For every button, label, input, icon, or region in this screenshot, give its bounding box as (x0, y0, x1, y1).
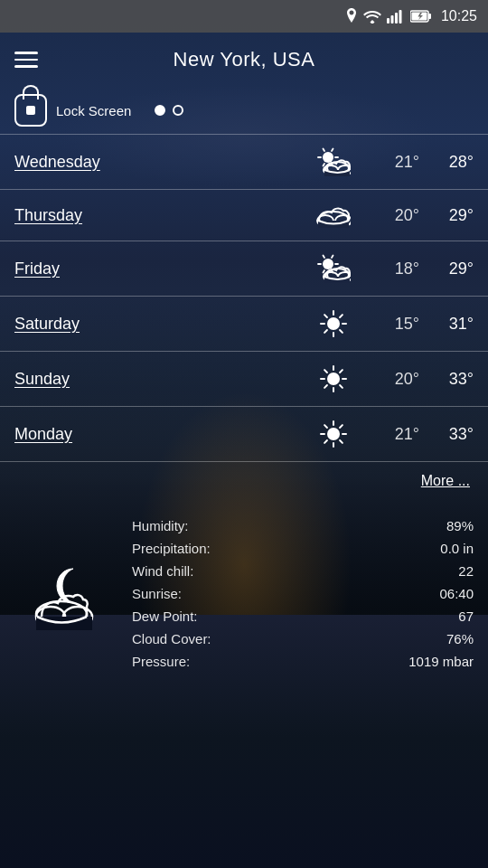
menu-button[interactable] (14, 52, 38, 68)
dew-point-label: Dew Point: (132, 609, 198, 624)
sunny-icon (319, 364, 348, 393)
forecast-high-1: 29° (419, 206, 474, 225)
forecast-high-3: 31° (419, 315, 474, 334)
svg-line-60 (340, 425, 343, 428)
pressure-label: Pressure: (132, 654, 190, 669)
svg-line-40 (324, 315, 327, 317)
svg-rect-1 (390, 15, 393, 24)
forecast-day-3: Saturday (14, 315, 311, 334)
sunrise-value: 06:40 (439, 586, 474, 601)
svg-line-58 (324, 425, 327, 428)
page-dot-2[interactable] (173, 105, 183, 116)
svg-point-34 (327, 317, 340, 330)
humidity-value: 89% (446, 518, 474, 533)
wifi-icon (363, 9, 381, 24)
svg-line-29 (332, 255, 333, 258)
status-bar: 10:25 (0, 0, 488, 33)
svg-line-54 (340, 440, 343, 443)
forecast-day-2: Friday (14, 259, 311, 278)
svg-rect-0 (387, 18, 389, 24)
forecast-icon-4 (311, 364, 356, 393)
forecast-row[interactable]: Friday 18° 29° (0, 241, 488, 297)
svg-line-13 (324, 148, 325, 151)
forecast-low-4: 20° (356, 370, 419, 389)
forecast-low-2: 18° (356, 259, 419, 278)
sunny-icon (319, 309, 348, 338)
forecast-icon-3 (311, 309, 356, 338)
forecast-low-3: 15° (356, 315, 419, 334)
forecast-low-1: 20° (356, 206, 419, 225)
forecast-high-4: 33° (419, 370, 474, 389)
app-header: New York, USA (0, 33, 488, 87)
wind-chill-row: Wind chill: 22 (132, 563, 474, 579)
pressure-row: Pressure: 1019 mbar (132, 654, 474, 669)
svg-line-49 (324, 370, 327, 373)
details-grid: Humidity: 89% Precipitation: 0.0 in Wind… (132, 518, 474, 669)
pressure-value: 1019 mbar (408, 654, 474, 669)
wind-chill-label: Wind chill: (132, 563, 193, 579)
weather-details: Humidity: 89% Precipitation: 0.0 in Wind… (0, 500, 488, 687)
svg-line-45 (340, 385, 343, 388)
page-dot-1[interactable] (155, 105, 165, 116)
svg-line-51 (340, 370, 343, 373)
svg-rect-3 (399, 10, 401, 24)
moon-cloud-icon (23, 558, 105, 630)
svg-line-26 (324, 270, 325, 273)
forecast-row[interactable]: Sunday 20° 33° (0, 352, 488, 407)
status-time: 10:25 (441, 8, 477, 24)
sunny-icon (319, 420, 348, 448)
forecast-low-0: 21° (356, 153, 419, 172)
svg-line-28 (324, 255, 325, 258)
forecast-table: Wednesday 21° 28° Thursday 20° 29° Frida… (0, 134, 488, 462)
partly-cloudy-sun-icon (316, 254, 351, 283)
battery-icon (410, 10, 432, 23)
lock-icon (14, 94, 47, 127)
forecast-row[interactable]: Saturday 15° 31° (0, 297, 488, 352)
svg-line-14 (332, 148, 333, 151)
forecast-icon-5 (311, 420, 356, 448)
svg-point-23 (323, 259, 333, 269)
forecast-high-5: 33° (419, 425, 474, 444)
forecast-day-1: Thursday (14, 206, 311, 225)
svg-rect-7 (26, 106, 35, 115)
wind-chill-value: 22 (458, 563, 474, 579)
forecast-day-4: Sunday (14, 370, 311, 389)
city-title: New York, USA (174, 48, 315, 71)
humidity-row: Humidity: 89% (132, 518, 474, 533)
precipitation-row: Precipitation: 0.0 in (132, 541, 474, 556)
forecast-high-2: 29° (419, 259, 474, 278)
cloud-cover-value: 76% (446, 631, 474, 646)
dew-point-value: 67 (458, 609, 474, 624)
sunrise-label: Sunrise: (132, 586, 182, 601)
signal-icon (387, 9, 405, 24)
more-link[interactable]: More ... (421, 473, 470, 489)
cloudy-icon (316, 203, 351, 228)
sunrise-row: Sunrise: 06:40 (132, 586, 474, 601)
more-row: More ... (0, 462, 488, 500)
svg-line-38 (324, 330, 327, 333)
forecast-row[interactable]: Wednesday 21° 28° (0, 135, 488, 190)
page-dots (155, 105, 183, 116)
forecast-icon-0 (311, 147, 356, 176)
svg-point-43 (327, 373, 340, 385)
current-weather-icon (14, 518, 114, 669)
partly-cloudy-sun-icon (316, 147, 351, 176)
forecast-row[interactable]: Monday 21° 33° (0, 407, 488, 462)
svg-point-8 (323, 152, 333, 163)
forecast-day-0: Wednesday (14, 153, 311, 172)
precipitation-label: Precipitation: (132, 541, 211, 556)
forecast-row[interactable]: Thursday 20° 29° (0, 190, 488, 241)
svg-rect-2 (395, 13, 398, 24)
cloud-cover-label: Cloud Cover: (132, 631, 211, 646)
location-icon (345, 8, 358, 24)
svg-line-11 (324, 164, 325, 166)
svg-line-42 (340, 315, 343, 317)
lock-screen-label: Lock Screen (56, 103, 131, 118)
lock-screen-row: Lock Screen (0, 87, 488, 134)
lock-body-icon (24, 106, 37, 115)
dew-point-row: Dew Point: 67 (132, 609, 474, 624)
forecast-icon-1 (311, 203, 356, 228)
precipitation-value: 0.0 in (440, 541, 474, 556)
forecast-day-5: Monday (14, 425, 311, 444)
forecast-high-0: 28° (419, 153, 474, 172)
